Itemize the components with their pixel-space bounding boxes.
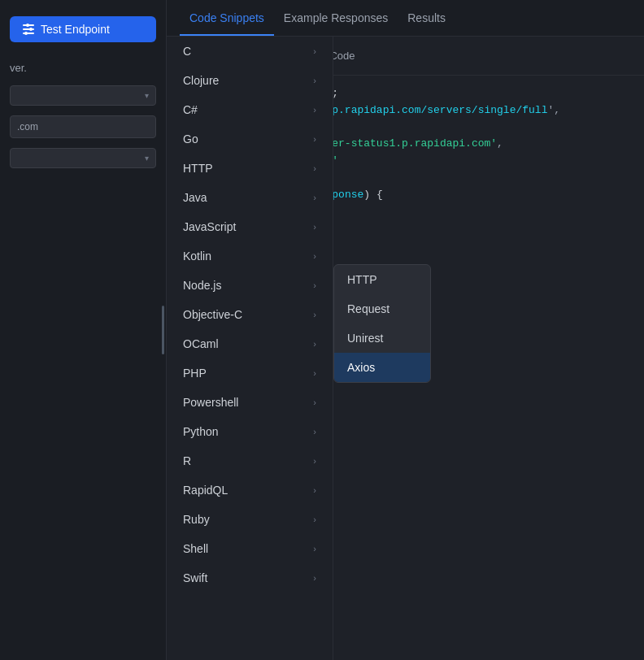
- chevron-right-icon: ›: [313, 163, 316, 173]
- chevron-right-icon: ›: [313, 76, 316, 85]
- lang-item-python[interactable]: Python ›: [167, 417, 333, 446]
- tab-example-responses[interactable]: Example Responses: [274, 0, 398, 36]
- submenu-item-http[interactable]: HTTP: [334, 265, 430, 294]
- input2-wrap: .com: [10, 115, 156, 138]
- lang-item-objective-c[interactable]: Objective-C ›: [167, 300, 333, 329]
- chevron-right-icon: ›: [313, 485, 316, 495]
- chevron-right-icon: ›: [313, 456, 316, 466]
- chevron-right-icon: ›: [313, 222, 316, 232]
- chevron-right-icon: ›: [313, 368, 316, 378]
- tab-results[interactable]: Results: [398, 0, 455, 36]
- input2[interactable]: .com: [10, 115, 156, 138]
- sliders-line-2: [23, 28, 34, 30]
- lang-item-rapidql[interactable]: RapidQL ›: [167, 475, 333, 505]
- lang-item-csharp[interactable]: C# ›: [167, 95, 333, 124]
- chevron-down-icon-2: ▾: [145, 154, 149, 163]
- lang-item-shell[interactable]: Shell ›: [167, 534, 333, 563]
- sidebar: Test Endpoint ver. ▾ .com ▾: [0, 0, 167, 660]
- lang-item-ocaml[interactable]: OCaml ›: [167, 329, 333, 358]
- test-endpoint-label: Test Endpoint: [41, 23, 110, 36]
- sliders-line-1: [23, 24, 34, 26]
- lang-item-java[interactable]: Java ›: [167, 183, 333, 212]
- input1[interactable]: ▾: [10, 85, 156, 106]
- nodejs-submenu: HTTP Request Unirest Axios: [333, 264, 431, 383]
- tabs-bar: Code Snippets Example Responses Results: [167, 0, 644, 37]
- lang-item-go[interactable]: Go ›: [167, 124, 333, 154]
- sliders-line-3: [23, 33, 34, 34]
- sliders-icon: [23, 24, 34, 34]
- server-text: ver.: [0, 55, 166, 80]
- sidebar-scrollbar[interactable]: [162, 306, 164, 354]
- chevron-right-icon: ›: [313, 193, 316, 202]
- chevron-right-icon: ›: [313, 134, 316, 144]
- main-content: Code Snippets Example Responses Results …: [167, 0, 644, 660]
- lang-item-kotlin[interactable]: Kotlin ›: [167, 241, 333, 271]
- submenu-item-request[interactable]: Request: [334, 294, 430, 323]
- lang-item-php[interactable]: PHP ›: [167, 358, 333, 388]
- tab-code-snippets[interactable]: Code Snippets: [180, 0, 274, 36]
- input3-wrap: ▾: [10, 148, 156, 168]
- code-area: (Node.js) Axios ▾ ⧉ Copy Code require("a…: [167, 37, 644, 660]
- lang-item-nodejs[interactable]: Node.js ›: [167, 271, 333, 300]
- lang-item-http[interactable]: HTTP ›: [167, 154, 333, 183]
- chevron-right-icon: ›: [313, 339, 316, 349]
- chevron-right-icon: ›: [313, 46, 316, 56]
- lang-item-swift[interactable]: Swift ›: [167, 563, 333, 593]
- chevron-right-icon: ›: [313, 515, 316, 524]
- input1-wrap: ▾: [10, 85, 156, 106]
- lang-item-clojure[interactable]: Clojure ›: [167, 66, 333, 95]
- submenu-item-axios[interactable]: Axios: [334, 353, 430, 382]
- chevron-right-icon: ›: [313, 397, 316, 407]
- input2-value: .com: [17, 121, 38, 132]
- lang-item-r[interactable]: R ›: [167, 446, 333, 475]
- test-endpoint-button[interactable]: Test Endpoint: [10, 16, 156, 42]
- chevron-right-icon: ›: [313, 573, 316, 583]
- lang-item-powershell[interactable]: Powershell ›: [167, 388, 333, 417]
- lang-item-c[interactable]: C ›: [167, 37, 333, 66]
- chevron-right-icon: ›: [313, 310, 316, 319]
- lang-item-javascript[interactable]: JavaScript ›: [167, 212, 333, 241]
- submenu-item-unirest[interactable]: Unirest: [334, 323, 430, 353]
- chevron-right-icon: ›: [313, 280, 316, 290]
- chevron-right-icon: ›: [313, 544, 316, 554]
- chevron-right-icon: ›: [313, 427, 316, 436]
- chevron-right-icon: ›: [313, 251, 316, 261]
- input3[interactable]: ▾: [10, 148, 156, 168]
- chevron-right-icon: ›: [313, 105, 316, 115]
- chevron-down-icon: ▾: [145, 91, 149, 100]
- language-list: C › Clojure › C# › Go › HTTP › Java ›: [167, 37, 333, 660]
- lang-item-ruby[interactable]: Ruby ›: [167, 505, 333, 534]
